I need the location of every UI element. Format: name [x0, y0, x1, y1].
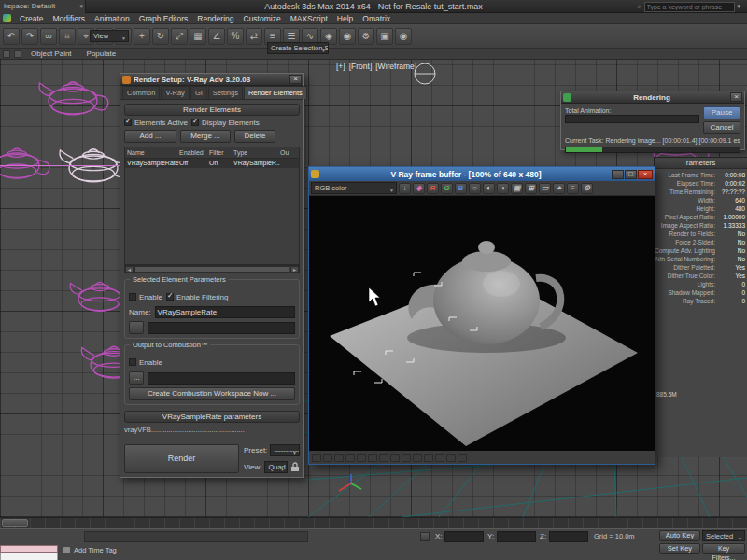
- region-render-icon[interactable]: ▭: [539, 183, 551, 194]
- render-production-icon[interactable]: ◉: [395, 28, 412, 45]
- ribbon-config-icon[interactable]: [3, 50, 10, 58]
- menu-item[interactable]: Create: [15, 13, 49, 24]
- auto-key-button[interactable]: Auto Key: [659, 530, 700, 541]
- vfb-titlebar[interactable]: V-Ray frame buffer - [100% of 640 x 480]…: [309, 167, 655, 181]
- rendering-titlebar[interactable]: Rendering ×: [561, 91, 744, 104]
- browse-button[interactable]: ...: [129, 321, 144, 334]
- selection-lock-icon[interactable]: [420, 532, 430, 541]
- menu-item[interactable]: Rendering: [192, 13, 238, 24]
- elements-active-checkbox[interactable]: Elements Active: [124, 119, 188, 127]
- combustion-browse-button[interactable]: ...: [129, 371, 144, 385]
- track-mouse-icon[interactable]: ⌖: [553, 183, 565, 194]
- add-button[interactable]: Add ...: [124, 130, 176, 143]
- vfb-tool-9-icon[interactable]: [402, 454, 411, 462]
- tab-common[interactable]: Common: [122, 86, 160, 99]
- stamp-icon[interactable]: ≡: [567, 183, 579, 194]
- move-icon[interactable]: +: [134, 28, 150, 45]
- undo-icon[interactable]: ↶: [3, 28, 20, 45]
- y-coordinate-input[interactable]: [497, 531, 536, 542]
- vfb-tool-11-icon[interactable]: [424, 454, 433, 462]
- vfb-tool-14-icon[interactable]: [458, 454, 467, 462]
- tab-gi[interactable]: GI: [190, 86, 207, 99]
- close-icon[interactable]: ×: [638, 170, 653, 179]
- cancel-button[interactable]: Cancel: [703, 121, 740, 134]
- teapot-top-wireframe[interactable]: [411, 60, 439, 88]
- blue-channel-button[interactable]: B: [455, 183, 467, 194]
- maxscript-listener-pink[interactable]: [0, 545, 58, 553]
- rotate-icon[interactable]: ↻: [152, 28, 169, 45]
- render-setup-titlebar[interactable]: Render Setup: V-Ray Adv 3.20.03 ×: [120, 74, 303, 86]
- viewport-menu-plus[interactable]: [+]: [336, 62, 345, 71]
- rendered-frame-icon[interactable]: ▣: [376, 28, 393, 45]
- scroll-right-icon[interactable]: ▸: [290, 266, 299, 273]
- reference-coordinate-dropdown[interactable]: View: [90, 30, 129, 42]
- menu-item[interactable]: Graph Editors: [134, 13, 192, 24]
- time-slider[interactable]: [2, 519, 28, 527]
- enable-filtering-checkbox[interactable]: Enable Filtering: [166, 287, 229, 303]
- display-elements-checkbox[interactable]: Display Elements: [191, 119, 260, 127]
- invert-icon[interactable]: ◑: [497, 183, 509, 194]
- output-path-field[interactable]: [148, 322, 295, 334]
- minimize-icon[interactable]: –: [612, 170, 624, 179]
- snaps-toggle-icon[interactable]: ▦: [190, 28, 206, 45]
- vfb-tool-1-icon[interactable]: [312, 454, 321, 462]
- vfb-tool-2-icon[interactable]: [323, 454, 332, 462]
- red-channel-button[interactable]: R: [427, 183, 439, 194]
- pause-button[interactable]: Pause: [703, 106, 740, 119]
- view-dropdown[interactable]: Quad 4 - Persp: [264, 461, 288, 473]
- search-dropdown-icon[interactable]: ▾: [737, 2, 742, 11]
- compare-icon[interactable]: ⊞: [525, 183, 537, 194]
- merge-button[interactable]: Merge ...: [180, 130, 231, 143]
- render-setup-icon[interactable]: ⚙: [358, 28, 374, 45]
- maximize-icon[interactable]: □: [625, 170, 637, 179]
- unlink-icon[interactable]: ⌗: [59, 28, 76, 45]
- tab-vray[interactable]: V-Ray: [161, 86, 189, 99]
- menu-item[interactable]: Customize: [239, 13, 286, 24]
- vfb-tool-12-icon[interactable]: [435, 454, 444, 462]
- combustion-enable-checkbox[interactable]: Enable: [129, 352, 162, 369]
- settings-icon[interactable]: ⚙: [581, 183, 593, 194]
- color-corrections-icon[interactable]: ◆: [413, 183, 425, 194]
- close-icon[interactable]: ×: [289, 75, 302, 84]
- close-icon[interactable]: ×: [730, 92, 742, 102]
- element-name-field[interactable]: VRaySampleRate: [155, 306, 295, 318]
- vfb-tool-13-icon[interactable]: [446, 454, 456, 462]
- z-coordinate-input[interactable]: [549, 531, 588, 542]
- material-editor-icon[interactable]: ◉: [339, 28, 356, 45]
- viewport-menu-view[interactable]: [Front]: [349, 62, 373, 71]
- percent-snap-icon[interactable]: %: [227, 28, 244, 45]
- vfb-tool-10-icon[interactable]: [413, 454, 422, 462]
- select-link-icon[interactable]: ∞: [40, 28, 57, 45]
- vfb-tool-4-icon[interactable]: [345, 454, 355, 462]
- maxscript-listener-white[interactable]: [0, 553, 58, 560]
- vfb-tool-5-icon[interactable]: [357, 454, 366, 462]
- channel-dropdown[interactable]: RGB color: [311, 182, 397, 194]
- add-time-tag[interactable]: Add Time Tag: [74, 546, 117, 554]
- vfb-tool-7-icon[interactable]: [379, 454, 388, 462]
- scale-icon[interactable]: ⤢: [171, 28, 188, 45]
- combustion-path-field[interactable]: [148, 372, 295, 385]
- parameters-rollout[interactable]: rameters: [655, 158, 747, 169]
- mirror-icon[interactable]: ⇄: [246, 28, 262, 45]
- render-button[interactable]: Render: [124, 444, 239, 473]
- mono-channel-icon[interactable]: ◐: [483, 183, 495, 194]
- set-key-button[interactable]: Set Key: [659, 543, 700, 554]
- tab-render-elements[interactable]: Render Elements: [244, 86, 307, 99]
- samplerate-parameters-rollout[interactable]: VRaySampleRate parameters: [124, 411, 300, 423]
- elements-list-area[interactable]: [124, 168, 300, 265]
- green-channel-button[interactable]: G: [441, 183, 453, 194]
- vfb-tool-3-icon[interactable]: [334, 454, 344, 462]
- create-combustion-workspace-button[interactable]: Create Combustion Workspace Now ...: [129, 387, 295, 400]
- menu-item[interactable]: Modifiers: [49, 13, 90, 24]
- tab-object-paint[interactable]: Object Paint: [25, 49, 78, 60]
- redo-icon[interactable]: ↷: [21, 28, 38, 45]
- scrollbar-thumb[interactable]: [134, 266, 289, 273]
- ribbon-minimize-icon[interactable]: [14, 50, 21, 58]
- workspace-dropdown[interactable]: kspace: Default: [0, 0, 86, 13]
- app-logo-icon[interactable]: [3, 14, 11, 22]
- teapot-wireframe[interactable]: [24, 71, 121, 119]
- menu-item[interactable]: Animation: [90, 13, 134, 24]
- angle-snap-icon[interactable]: ∠: [208, 28, 225, 45]
- search-input[interactable]: [644, 2, 735, 12]
- tab-settings[interactable]: Settings: [208, 86, 243, 99]
